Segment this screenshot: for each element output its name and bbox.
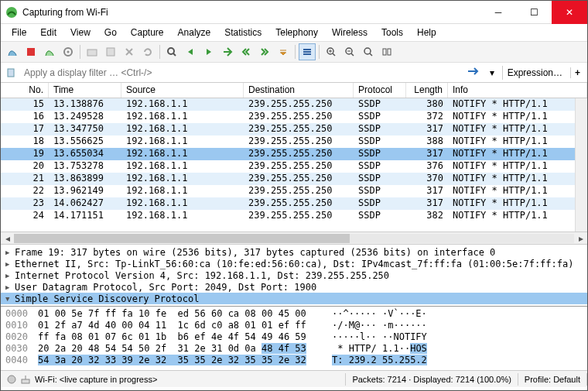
scroll-left-icon[interactable]: ◂ — [1, 233, 14, 244]
menu-file[interactable]: File — [5, 26, 32, 39]
cell-time: 13.347750 — [49, 123, 121, 135]
expert-info-icon[interactable] — [21, 375, 30, 384]
display-filter-input[interactable] — [21, 65, 462, 81]
table-row[interactable]: 2314.062427192.168.1.1239.255.255.250SSD… — [1, 197, 587, 210]
menu-statistics[interactable]: Statistics — [218, 26, 268, 39]
add-filter-button[interactable]: + — [570, 67, 584, 78]
zoom-reset-icon[interactable] — [360, 43, 377, 60]
packet-bytes[interactable]: 000001 00 5e 7f ff fa 10 fe ed 56 60 ca … — [1, 307, 587, 370]
hex-row[interactable]: 000001 00 5e 7f ff fa 10 fe ed 56 60 ca … — [5, 308, 583, 320]
cell-len: 317 — [406, 185, 448, 197]
go-first-icon[interactable] — [238, 43, 255, 60]
cell-proto: SSDP — [354, 111, 406, 123]
table-row[interactable]: 2013.753278192.168.1.1239.255.255.250SSD… — [1, 160, 587, 173]
packet-details[interactable]: ▶Frame 19: 317 bytes on wire (2536 bits)… — [1, 245, 587, 307]
resize-columns-icon[interactable] — [378, 43, 395, 60]
col-length[interactable]: Length — [406, 83, 448, 98]
vertical-scrollbar[interactable] — [575, 98, 587, 232]
menubar: File Edit View Go Capture Analyze Statis… — [1, 24, 587, 41]
cell-src: 192.168.1.1 — [121, 123, 244, 135]
packet-list[interactable]: 1513.138876192.168.1.1239.255.255.250SSD… — [1, 98, 587, 232]
menu-capture[interactable]: Capture — [125, 26, 170, 39]
zoom-out-icon[interactable] — [341, 43, 358, 60]
cell-len: 317 — [406, 123, 448, 135]
menu-view[interactable]: View — [64, 26, 97, 39]
cell-no: 17 — [1, 123, 49, 135]
cell-proto: SSDP — [354, 135, 406, 148]
start-capture-icon[interactable] — [4, 43, 21, 60]
expand-icon[interactable]: ▼ — [5, 295, 15, 303]
col-no[interactable]: No. — [1, 83, 49, 98]
menu-help[interactable]: Help — [411, 26, 443, 39]
expand-icon[interactable]: ▶ — [5, 283, 15, 291]
close-file-icon[interactable] — [121, 43, 138, 60]
menu-edit[interactable]: Edit — [34, 26, 63, 39]
capture-options-icon[interactable] — [60, 43, 77, 60]
hex-row[interactable]: 0020ff fa 08 01 07 6c 01 1b b6 ef 4e 4f … — [5, 331, 583, 343]
zoom-in-icon[interactable] — [323, 43, 340, 60]
col-source[interactable]: Source — [121, 83, 244, 98]
menu-go[interactable]: Go — [98, 26, 123, 39]
menu-telephony[interactable]: Telephony — [269, 26, 324, 39]
open-file-icon[interactable] — [84, 43, 101, 60]
scroll-right-icon[interactable]: ▸ — [574, 233, 587, 244]
menu-tools[interactable]: Tools — [375, 26, 409, 39]
table-row[interactable]: 1513.138876192.168.1.1239.255.255.250SSD… — [1, 98, 587, 111]
go-to-packet-icon[interactable] — [219, 43, 236, 60]
detail-row[interactable]: ▶Frame 19: 317 bytes on wire (2536 bits)… — [1, 246, 587, 258]
cell-dst: 239.255.255.250 — [244, 160, 354, 173]
status-dot-icon — [7, 375, 16, 384]
maximize-button[interactable]: ☐ — [516, 1, 552, 24]
hex-row[interactable]: 003020 2a 20 48 54 54 50 2f 31 2e 31 0d … — [5, 343, 583, 355]
auto-scroll-icon[interactable] — [275, 43, 292, 60]
go-forward-icon[interactable] — [200, 43, 217, 60]
status-profile[interactable]: Profile: Default — [518, 373, 587, 386]
close-button[interactable]: ✕ — [552, 1, 587, 24]
svg-line-18 — [351, 53, 354, 56]
filter-bookmark-icon[interactable] — [4, 66, 18, 80]
svg-point-3 — [67, 51, 70, 53]
colorize-icon[interactable] — [299, 43, 316, 60]
expand-icon[interactable]: ▶ — [5, 272, 15, 280]
table-row[interactable]: 2213.962149192.168.1.1239.255.255.250SSD… — [1, 185, 587, 197]
cell-no: 18 — [1, 135, 49, 148]
menu-analyze[interactable]: Analyze — [172, 26, 217, 39]
menu-wireless[interactable]: Wireless — [326, 26, 374, 39]
expand-icon[interactable]: ▶ — [5, 249, 15, 256]
col-protocol[interactable]: Protocol — [354, 83, 406, 98]
hex-row[interactable]: 004054 3a 20 32 33 39 2e 32 35 35 2e 32 … — [5, 355, 583, 366]
filter-dropdown-icon[interactable]: ▾ — [485, 66, 499, 80]
col-time[interactable]: Time — [49, 83, 121, 98]
expand-icon[interactable]: ▶ — [5, 260, 15, 268]
detail-row[interactable]: ▼Simple Service Discovery Protocol — [1, 293, 587, 304]
stop-capture-icon[interactable] — [22, 43, 39, 60]
detail-row[interactable]: ▶Ethernet II, Src: Tp-LinkT_56:60:ca (10… — [1, 258, 587, 269]
reload-icon[interactable] — [139, 43, 156, 60]
expression-button[interactable]: Expression… — [502, 66, 567, 80]
find-icon[interactable] — [163, 43, 180, 60]
table-row[interactable]: 1913.655034192.168.1.1239.255.255.250SSD… — [1, 148, 587, 160]
cell-dst: 239.255.255.250 — [244, 197, 354, 210]
col-destination[interactable]: Destination — [244, 83, 354, 98]
minimize-button[interactable]: ─ — [480, 1, 516, 24]
detail-row[interactable]: ▶User Datagram Protocol, Src Port: 2049,… — [1, 281, 587, 293]
go-last-icon[interactable] — [256, 43, 273, 60]
table-row[interactable]: 1713.347750192.168.1.1239.255.255.250SSD… — [1, 123, 587, 135]
hex-row[interactable]: 001001 2f a7 4d 40 00 04 11 1c 6d c0 a8 … — [5, 320, 583, 331]
horizontal-scrollbar[interactable]: ◂ ▸ — [1, 232, 587, 245]
hex-bytes: 01 2f a7 4d 40 00 04 11 1c 6d c0 a8 01 0… — [38, 320, 332, 331]
hex-bytes: 01 00 5e 7f ff fa 10 fe ed 56 60 ca 08 0… — [38, 308, 332, 320]
detail-row[interactable]: ▶Internet Protocol Version 4, Src: 192.1… — [1, 269, 587, 281]
go-back-icon[interactable] — [182, 43, 199, 60]
table-row[interactable]: 1813.556625192.168.1.1239.255.255.250SSD… — [1, 135, 587, 148]
restart-capture-icon[interactable] — [41, 43, 58, 60]
hex-ascii: * HTTP/ 1.1··HOS — [332, 343, 583, 355]
table-row[interactable]: 2113.863899192.168.1.1239.255.255.250SSD… — [1, 173, 587, 185]
col-info[interactable]: Info — [448, 83, 587, 98]
filter-apply-icon[interactable] — [465, 67, 482, 78]
table-row[interactable]: 2414.171151192.168.1.1239.255.255.250SSD… — [1, 210, 587, 222]
save-file-icon[interactable] — [102, 43, 119, 60]
cell-time: 13.753278 — [49, 160, 121, 173]
cell-info: NOTIFY * HTTP/1.1 — [448, 111, 587, 123]
table-row[interactable]: 1613.249528192.168.1.1239.255.255.250SSD… — [1, 111, 587, 123]
